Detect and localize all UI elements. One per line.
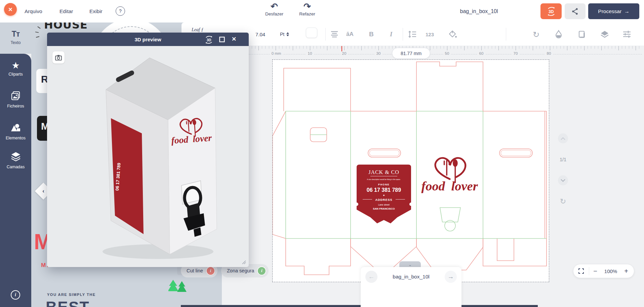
letter-spacing-button[interactable]: āA: [346, 31, 354, 38]
ruler-baseline: [225, 54, 642, 54]
ruler-label: 0 mm: [270, 51, 283, 55]
help-button[interactable]: ?: [116, 6, 125, 16]
redo-label: Refazer: [294, 11, 321, 16]
menu-label: Arquivo: [25, 8, 42, 14]
undo-icon: ↶: [261, 2, 288, 11]
sidebar-item-ficheiros[interactable]: Ficheiros: [0, 91, 31, 108]
ordered-list-button[interactable]: 123: [426, 32, 434, 37]
artboard[interactable]: JACK & CO A nice description would be fi…: [272, 59, 549, 282]
zoom-level[interactable]: 100%: [601, 268, 620, 274]
sidebar-item-elementos[interactable]: Elementos: [0, 123, 31, 140]
preset-you-are[interactable]: YOU ARE SIMPLY THE: [47, 293, 96, 297]
share-button[interactable]: [565, 3, 586, 19]
bold-icon: B: [369, 31, 374, 38]
rotate-button[interactable]: ↻: [533, 30, 539, 39]
layers-button[interactable]: [600, 30, 609, 40]
chevron-up-icon: [561, 137, 565, 140]
undo-button[interactable]: ↶ Desfazer: [261, 2, 288, 16]
star-icon: ★: [0, 61, 31, 70]
ruler-label: 60: [478, 51, 485, 55]
page-indicator: 1/1: [553, 157, 573, 162]
opacity-button[interactable]: [555, 30, 563, 40]
next-template-button[interactable]: →: [445, 271, 457, 283]
badge-title: JACK & CO: [368, 169, 399, 175]
process-button[interactable]: Processar →: [588, 3, 639, 19]
jack-co-label[interactable]: JACK & CO A nice description would be fi…: [355, 165, 413, 223]
duplicate-button[interactable]: [577, 30, 586, 40]
toolbar-divider: [403, 28, 403, 41]
preset-leaf: Leaf ƒ: [192, 27, 203, 33]
info-icon: i: [15, 292, 16, 298]
fold-lines: [286, 111, 547, 238]
modal-resize-handle[interactable]: [241, 260, 246, 264]
ruler: [224, 46, 642, 51]
modal-header[interactable]: 3D preview 3D ✕: [47, 33, 249, 46]
menu-exibir[interactable]: Exibir: [89, 0, 103, 23]
dieline-drawing: JACK & CO A nice description would be fi…: [273, 60, 550, 282]
arrow-left-icon: ←: [368, 273, 375, 280]
rotate-view-button[interactable]: ↻: [553, 197, 573, 206]
page-down-button[interactable]: [553, 175, 573, 185]
redo-button[interactable]: ↷ Refazer: [294, 2, 321, 16]
chevron-down-icon: ⌄: [408, 262, 412, 267]
zoom-out-button[interactable]: −: [589, 267, 601, 275]
bold-button[interactable]: B: [369, 31, 374, 38]
preview-3d-modal[interactable]: 3D preview 3D ✕ 06 17 381 789: [47, 33, 249, 267]
italic-button[interactable]: I: [390, 31, 392, 38]
italic-icon: I: [390, 31, 392, 38]
sidebar-label: Elementos: [0, 136, 31, 140]
snapshot-button[interactable]: [52, 51, 65, 63]
fit-screen-button[interactable]: [573, 268, 589, 274]
rotate-3d-icon[interactable]: 3D: [204, 35, 214, 44]
advanced-settings-button[interactable]: [622, 30, 631, 40]
align-center-icon: [330, 31, 339, 38]
rotate-icon: ↻: [560, 197, 566, 206]
preset-best[interactable]: BEST: [46, 298, 90, 307]
template-navigator: ← bag_in_box_10l →: [361, 267, 461, 307]
cut-line-label: Cut line: [187, 268, 203, 273]
info-button[interactable]: i: [11, 290, 20, 300]
preset-house[interactable]: HOUSE: [44, 23, 88, 31]
stepper-arrows-icon[interactable]: [286, 32, 289, 36]
font-size-input[interactable]: 7.04: [255, 23, 265, 46]
unit-label: Pt: [280, 32, 284, 37]
font-unit-select[interactable]: Pt: [280, 23, 289, 46]
sidebar-item-cliparts[interactable]: ★ Cliparts: [0, 61, 31, 77]
sidebar-label: Ficheiros: [0, 104, 31, 108]
zoom-controls: − 100% +: [573, 264, 634, 278]
align-center-button[interactable]: [330, 31, 339, 39]
maximize-icon[interactable]: [219, 37, 225, 42]
droplet-icon: [555, 30, 563, 39]
food-lover-logo-placed[interactable]: [421, 158, 478, 193]
sidebar-item-camadas[interactable]: Camadas: [0, 151, 31, 169]
close-icon[interactable]: ✕: [232, 36, 236, 43]
preset-trees[interactable]: [168, 278, 189, 293]
menu-label: Editar: [59, 8, 73, 14]
fill-color-button[interactable]: [448, 30, 457, 40]
menu-editar[interactable]: Editar: [59, 0, 73, 23]
chevron-left-icon: ‹: [40, 188, 47, 194]
sidebar-label: Texto: [0, 40, 31, 45]
text-tool-icon: Tᴛ: [0, 30, 31, 39]
cut-line-info-icon[interactable]: i: [206, 266, 215, 275]
radial-dash: [35, 32, 39, 33]
prev-template-button[interactable]: ←: [365, 271, 377, 283]
box-3d-render[interactable]: 06 17 381 789: [47, 46, 249, 267]
sidebar-label: Cliparts: [0, 72, 31, 77]
bottom-drawer-edge[interactable]: [181, 305, 538, 307]
line-height-button[interactable]: [408, 31, 417, 39]
layers-stack-icon: [10, 151, 21, 162]
menu-arquivo[interactable]: Arquivo: [25, 0, 42, 23]
page-up-button[interactable]: [553, 133, 573, 143]
zoom-in-button[interactable]: +: [620, 267, 632, 275]
safe-zone-info-icon[interactable]: i: [257, 266, 266, 275]
close-app-button[interactable]: ✕: [4, 3, 17, 16]
radial-dash: [36, 36, 39, 38]
sidebar-item-texto[interactable]: Tᴛ Texto: [0, 30, 31, 45]
ruler-label: 30: [375, 51, 383, 55]
chevron-down-icon: [561, 179, 565, 182]
fullscreen-icon: [578, 268, 584, 274]
preview-3d-button[interactable]: 3D: [540, 3, 562, 19]
text-color-swatch[interactable]: [306, 28, 317, 38]
ruler-label: 80: [545, 51, 553, 55]
